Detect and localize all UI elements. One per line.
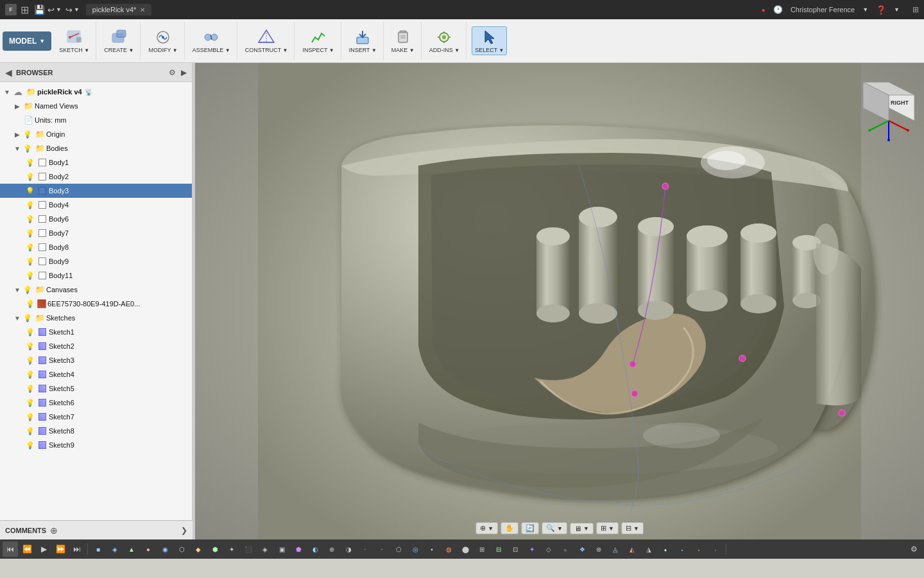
tree-sketch8[interactable]: 💡 Sketch8 xyxy=(0,424,192,438)
make-button[interactable]: MAKE ▼ xyxy=(389,27,417,55)
tree-body7[interactable]: 💡 Body7 xyxy=(0,226,192,240)
tree-origin[interactable]: ▶ 💡 📁 Origin xyxy=(0,127,192,141)
sketch6-visibility-icon[interactable]: 💡 xyxy=(26,399,35,407)
user-name[interactable]: Christopher Ference xyxy=(791,6,855,13)
timeline-op35[interactable]: ⬧ xyxy=(658,541,673,557)
app-menu-icon[interactable]: ⊞ xyxy=(21,4,29,16)
tree-body9[interactable]: 💡 Body9 xyxy=(0,254,192,268)
timeline-op29[interactable]: ⬦ xyxy=(558,541,573,557)
body4-visibility-icon[interactable]: 💡 xyxy=(26,201,35,209)
tab-close-button[interactable]: ✕ xyxy=(140,6,145,13)
tree-body6[interactable]: 💡 Body6 xyxy=(0,212,192,226)
timeline-op18[interactable]: ⬞ xyxy=(374,541,389,557)
inspect-button[interactable]: INSPECT ▼ xyxy=(300,27,336,55)
body2-visibility-icon[interactable]: 💡 xyxy=(26,173,35,181)
bodies-toggle[interactable]: ▼ xyxy=(13,145,22,152)
timeline-op26[interactable]: ⊡ xyxy=(508,541,523,557)
tree-body8[interactable]: 💡 Body8 xyxy=(0,240,192,254)
tree-sketch2[interactable]: 💡 Sketch2 xyxy=(0,339,192,353)
tree-canvas1[interactable]: 💡 6EE75730-80E9-419D-AE0... xyxy=(0,297,192,311)
active-tab[interactable]: pickleRick v4* ✕ xyxy=(86,4,151,15)
tree-body11[interactable]: 💡 Body11 xyxy=(0,268,192,283)
grid2-button[interactable]: ⊟ ▼ xyxy=(621,522,644,534)
canvases-visibility-icon[interactable]: 💡 xyxy=(23,286,32,294)
tree-named-views[interactable]: ▶ 📁 Named Views xyxy=(0,99,192,113)
insert-button[interactable]: INSERT ▼ xyxy=(346,27,379,55)
navigation-cube[interactable]: RIGHT xyxy=(853,69,918,146)
body6-visibility-icon[interactable]: 💡 xyxy=(26,215,35,223)
canvases-toggle[interactable]: ▼ xyxy=(13,286,22,293)
timeline-op8[interactable]: ⬢ xyxy=(207,541,223,557)
timeline-op11[interactable]: ◈ xyxy=(257,541,273,557)
display-mode-button[interactable]: 🖥 ▼ xyxy=(570,523,594,534)
timeline-start-button[interactable]: ⏮ xyxy=(3,541,18,557)
timeline-op36[interactable]: ⬩ xyxy=(674,541,690,557)
tree-sketch7[interactable]: 💡 Sketch7 xyxy=(0,410,192,424)
timeline-op7[interactable]: ◆ xyxy=(191,541,206,557)
browser-expand-button[interactable]: ▶ xyxy=(181,68,187,77)
body7-visibility-icon[interactable]: 💡 xyxy=(26,229,35,238)
sketch2-visibility-icon[interactable]: 💡 xyxy=(26,342,35,351)
timeline-op16[interactable]: ◑ xyxy=(341,541,356,557)
timeline-op27[interactable]: ✦ xyxy=(524,541,540,557)
timeline-op22[interactable]: ◍ xyxy=(441,541,456,557)
tree-sketch4[interactable]: 💡 Sketch4 xyxy=(0,367,192,381)
timeline-op34[interactable]: ◮ xyxy=(641,541,656,557)
timeline-op20[interactable]: ◎ xyxy=(407,541,423,557)
timeline-op10[interactable]: ⬛ xyxy=(241,541,256,557)
body3-visibility-icon[interactable]: 💡 xyxy=(26,187,35,195)
timeline-op3[interactable]: ▲ xyxy=(124,541,139,557)
browser-settings-button[interactable]: ⚙ xyxy=(169,68,176,77)
sketch9-visibility-icon[interactable]: 💡 xyxy=(26,441,35,450)
comments-collapse-button[interactable]: ❯ xyxy=(181,526,187,535)
tree-canvases[interactable]: ▼ 💡 📁 Canvases xyxy=(0,283,192,297)
timeline-op21[interactable]: ▪ xyxy=(424,541,440,557)
body8-visibility-icon[interactable]: 💡 xyxy=(26,243,35,252)
tree-bodies[interactable]: ▼ 💡 📁 Bodies xyxy=(0,141,192,155)
timeline-op33[interactable]: ◭ xyxy=(624,541,640,557)
modify-button[interactable]: MODIFY ▼ xyxy=(146,27,180,55)
timeline-op6[interactable]: ⬡ xyxy=(174,541,189,557)
add-comment-button[interactable]: ⊕ xyxy=(50,525,58,536)
model-button[interactable]: MODEL ▼ xyxy=(3,31,51,51)
tree-sketches[interactable]: ▼ 💡 📁 Sketches xyxy=(0,311,192,325)
timeline-op32[interactable]: ◬ xyxy=(608,541,623,557)
timeline-op25[interactable]: ⊟ xyxy=(491,541,506,557)
tree-body3[interactable]: 💡 Body3 xyxy=(0,184,192,198)
origin-visibility-icon[interactable]: 💡 xyxy=(23,130,32,139)
undo-arrow[interactable]: ▼ xyxy=(56,6,62,13)
tree-body4[interactable]: 💡 Body4 xyxy=(0,198,192,212)
timeline-op38[interactable]: ⬫ xyxy=(708,541,723,557)
timeline-op2[interactable]: ◈ xyxy=(107,541,123,557)
timeline-end-button[interactable]: ⏭ xyxy=(69,541,85,557)
timeline-op31[interactable]: ⊛ xyxy=(591,541,606,557)
timeline-op4[interactable]: ● xyxy=(141,541,156,557)
addins-button[interactable]: ADD-INS ▼ xyxy=(427,27,462,55)
body1-visibility-icon[interactable]: 💡 xyxy=(26,159,35,167)
timeline-op14[interactable]: ◐ xyxy=(307,541,323,557)
help-arrow[interactable]: ▼ xyxy=(894,6,900,13)
assemble-button[interactable]: ASSEMBLE ▼ xyxy=(190,27,233,55)
tree-sketch3[interactable]: 💡 Sketch3 xyxy=(0,353,192,367)
create-button[interactable]: CREATE ▼ xyxy=(101,27,136,55)
bodies-visibility-icon[interactable]: 💡 xyxy=(23,144,32,153)
construct-button[interactable]: CONSTRUCT ▼ xyxy=(243,27,291,55)
body11-visibility-icon[interactable]: 💡 xyxy=(26,272,35,280)
timeline-next-button[interactable]: ⏩ xyxy=(53,541,68,557)
timeline-op15[interactable]: ⊕ xyxy=(324,541,339,557)
sketch5-visibility-icon[interactable]: 💡 xyxy=(26,385,35,393)
tree-sketch6[interactable]: 💡 Sketch6 xyxy=(0,396,192,410)
timeline-op17[interactable]: ⬝ xyxy=(357,541,373,557)
body9-visibility-icon[interactable]: 💡 xyxy=(26,258,35,266)
orbit-button[interactable]: 🔄 xyxy=(521,522,539,534)
sketch7-visibility-icon[interactable]: 💡 xyxy=(26,413,35,421)
timeline-op30[interactable]: ❖ xyxy=(574,541,590,557)
tree-body1[interactable]: 💡 Body1 xyxy=(0,155,192,170)
timeline-op5[interactable]: ◉ xyxy=(157,541,173,557)
timeline-op9[interactable]: ✦ xyxy=(224,541,239,557)
redo-arrow[interactable]: ▼ xyxy=(74,6,80,13)
zoom-button[interactable]: 🔍 ▼ xyxy=(542,522,567,534)
snap-button[interactable]: ⊕ ▼ xyxy=(475,522,498,534)
user-dropdown[interactable]: ▼ xyxy=(862,6,868,13)
timeline-op24[interactable]: ⊞ xyxy=(474,541,490,557)
